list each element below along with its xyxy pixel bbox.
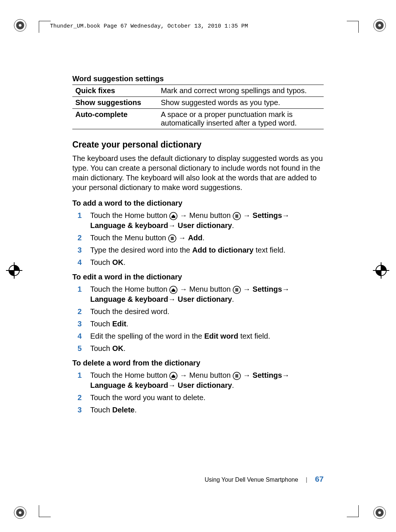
menu-icon xyxy=(233,286,241,294)
step-text: . xyxy=(202,234,205,242)
list-step: 1 Touch the Home button → Menu button → … xyxy=(72,370,324,390)
crop-mark-icon xyxy=(39,505,39,517)
step-text: → Menu button xyxy=(180,371,233,379)
list-step: 3 Touch Edit. xyxy=(72,319,324,329)
crop-mark-icon xyxy=(347,517,359,517)
step-text: → xyxy=(243,371,253,379)
step-number: 1 xyxy=(72,210,90,231)
setting-label: Show suggestions xyxy=(72,97,158,109)
step-text: Touch the Menu button xyxy=(90,234,168,242)
step-text-bold: Settings xyxy=(252,211,282,219)
step-text: text field. xyxy=(254,246,286,254)
list-step: 3 Type the desired word into the Add to … xyxy=(72,245,324,255)
step-text: → xyxy=(168,295,178,303)
step-text: Touch the Home button xyxy=(90,211,169,219)
step-text: → xyxy=(282,211,289,219)
list-step: 4 Edit the spelling of the word in the E… xyxy=(72,331,324,341)
reg-mark-icon xyxy=(13,19,27,32)
list-step: 1 Touch the Home button → Menu button → … xyxy=(72,210,324,231)
footer-section-title: Using Your Dell Venue Smartphone xyxy=(205,476,298,483)
step-text-bold: Language & keyboard xyxy=(90,295,168,303)
settings-table: Quick fixesMark and correct wrong spelli… xyxy=(72,85,324,129)
step-number: 2 xyxy=(72,307,90,317)
step-number: 3 xyxy=(72,245,90,255)
menu-icon xyxy=(233,212,241,220)
crop-mark-icon xyxy=(39,21,51,21)
reg-mark-icon xyxy=(13,506,27,519)
step-number: 1 xyxy=(72,370,90,390)
list-step: 1 Touch the Home button → Menu button → … xyxy=(72,284,324,304)
step-text: → xyxy=(282,371,289,379)
reg-target-icon xyxy=(373,262,389,279)
step-text-bold: Language & keyboard xyxy=(90,381,168,389)
menu-icon xyxy=(233,372,241,380)
step-text: → xyxy=(168,221,178,229)
procedure-title: To edit a word in the dictionary xyxy=(72,273,324,281)
crop-mark-icon xyxy=(347,21,359,21)
step-text: Touch xyxy=(90,406,112,414)
step-text: . xyxy=(232,295,234,303)
step-text: Touch xyxy=(90,344,112,352)
step-text: Touch xyxy=(90,320,112,328)
list-step: 2Touch the word you want to delete. xyxy=(72,393,324,403)
step-text: . xyxy=(123,258,126,266)
step-text: → xyxy=(282,285,289,293)
step-text-bold: Delete xyxy=(112,406,135,414)
page-number: 67 xyxy=(315,475,324,483)
setting-desc: A space or a proper punctuation mark is … xyxy=(158,109,324,129)
procedure-title: To add a word to the dictionary xyxy=(72,199,324,208)
step-text-bold: Add to dictionary xyxy=(192,246,254,254)
step-text: Touch the Home button xyxy=(90,371,169,379)
reg-target-icon xyxy=(6,262,22,279)
section-heading: Create your personal dictionary xyxy=(72,140,324,150)
procedure-title: To delete a word from the dictionary xyxy=(72,359,324,367)
step-text: Edit the spelling of the word in the xyxy=(90,332,204,340)
svg-point-11 xyxy=(378,511,381,514)
step-text-bold: User dictionary xyxy=(178,381,232,389)
reg-mark-icon xyxy=(373,19,386,32)
table-row: Show suggestionsShow suggested words as … xyxy=(72,97,324,109)
list-step: 2Touch the desired word. xyxy=(72,307,324,317)
svg-point-8 xyxy=(19,511,21,514)
step-text: → xyxy=(168,381,178,389)
step-text: text field. xyxy=(238,332,270,340)
step-number: 3 xyxy=(72,319,90,329)
list-step: 5 Touch OK. xyxy=(72,343,324,354)
step-number: 1 xyxy=(72,284,90,304)
svg-point-5 xyxy=(378,24,381,26)
step-text: . xyxy=(135,406,137,414)
home-icon xyxy=(169,286,177,294)
step-text-bold: Settings xyxy=(252,285,282,293)
crop-mark-icon xyxy=(39,21,39,33)
step-text-bold: OK xyxy=(112,258,123,266)
step-list: 1 Touch the Home button → Menu button → … xyxy=(72,284,324,354)
step-text-bold: Settings xyxy=(252,371,282,379)
step-text: → xyxy=(179,234,188,242)
setting-desc: Show suggested words as you type. xyxy=(158,97,324,109)
menu-icon xyxy=(168,234,176,243)
step-text: Touch the word you want to delete. xyxy=(90,393,324,403)
step-number: 4 xyxy=(72,331,90,341)
table-title: Word suggestion settings xyxy=(72,75,324,83)
step-number: 5 xyxy=(72,343,90,354)
step-text: . xyxy=(232,381,234,389)
table-row: Quick fixesMark and correct wrong spelli… xyxy=(72,85,324,97)
step-text: → xyxy=(243,285,253,293)
step-number: 3 xyxy=(72,405,90,415)
step-text: . xyxy=(123,344,126,352)
setting-desc: Mark and correct wrong spellings and typ… xyxy=(158,85,324,97)
list-step: 2 Touch the Menu button → Add. xyxy=(72,233,324,243)
setting-label: Auto-complete xyxy=(72,109,158,129)
step-text: . xyxy=(126,320,129,328)
step-text-bold: User dictionary xyxy=(178,221,232,229)
step-text-bold: User dictionary xyxy=(178,295,232,303)
footer-separator: | xyxy=(306,476,307,483)
table-row: Auto-completeA space or a proper punctua… xyxy=(72,109,324,129)
step-text-bold: Edit word xyxy=(204,332,238,340)
reg-mark-icon xyxy=(373,506,386,519)
list-step: 4 Touch OK. xyxy=(72,257,324,267)
step-text: . xyxy=(232,221,234,229)
step-text-bold: Add xyxy=(188,234,202,242)
setting-label: Quick fixes xyxy=(72,85,158,97)
step-list: 1 Touch the Home button → Menu button → … xyxy=(72,210,324,267)
